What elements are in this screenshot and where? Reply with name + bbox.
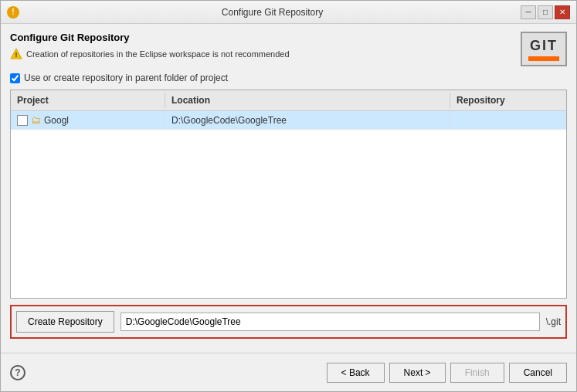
main-content: Configure Git Repository ! Creation of r… <box>1 24 576 346</box>
header-left: Configure Git Repository ! Creation of r… <box>10 32 513 60</box>
git-logo-text: GIT <box>530 38 558 54</box>
close-button[interactable]: ✕ <box>555 5 570 19</box>
repo-path-input[interactable] <box>120 313 540 331</box>
footer-buttons: < Back Next > Finish Cancel <box>327 363 567 383</box>
footer: ? < Back Next > Finish Cancel <box>1 353 576 391</box>
warning-row: ! Creation of repositories in the Eclips… <box>10 48 513 60</box>
use-parent-folder-checkbox[interactable] <box>10 73 20 83</box>
project-table: Project Location Repository 🗂 Googl D:\G… <box>10 90 567 299</box>
title-bar-icon: ! <box>7 6 19 19</box>
cell-repository <box>450 111 566 129</box>
next-button[interactable]: Next > <box>389 363 446 383</box>
table-header: Project Location Repository <box>11 90 566 111</box>
folder-icon: 🗂 <box>31 114 41 126</box>
page-title: Configure Git Repository <box>10 32 513 43</box>
git-suffix: \.git <box>546 316 561 327</box>
create-repository-section: Create Repository \.git <box>10 305 567 339</box>
git-logo: GIT <box>521 32 567 66</box>
window-title: Configure Git Repository <box>24 7 521 18</box>
minimize-button[interactable]: ─ <box>521 5 536 19</box>
main-window: ! Configure Git Repository ─ □ ✕ Configu… <box>0 0 577 392</box>
cancel-button[interactable]: Cancel <box>509 363 567 383</box>
column-header-location: Location <box>165 93 450 108</box>
table-body: 🗂 Googl D:\GoogleCode\GoogleTree <box>11 111 566 298</box>
warning-text: Creation of repositories in the Eclipse … <box>26 49 290 59</box>
cell-project: 🗂 Googl <box>11 111 165 129</box>
header-section: Configure Git Repository ! Creation of r… <box>10 32 567 66</box>
create-repository-button[interactable]: Create Repository <box>16 311 114 333</box>
help-icon[interactable]: ? <box>10 365 25 380</box>
title-bar: ! Configure Git Repository ─ □ ✕ <box>1 1 576 24</box>
warning-icon: ! <box>10 48 22 60</box>
restore-button[interactable]: □ <box>538 5 553 19</box>
footer-left: ? <box>10 365 25 380</box>
use-parent-folder-label: Use or create repository in parent folde… <box>24 73 228 83</box>
cell-location: D:\GoogleCode\GoogleTree <box>165 111 450 129</box>
svg-text:!: ! <box>15 51 18 59</box>
column-header-repository: Repository <box>450 93 566 108</box>
finish-button[interactable]: Finish <box>450 363 504 383</box>
checkbox-row: Use or create repository in parent folde… <box>10 73 567 83</box>
table-row[interactable]: 🗂 Googl D:\GoogleCode\GoogleTree <box>11 111 566 130</box>
back-button[interactable]: < Back <box>327 363 385 383</box>
window-controls: ─ □ ✕ <box>521 5 570 19</box>
project-checkbox-icon <box>17 115 28 126</box>
git-logo-bar <box>528 56 559 61</box>
column-header-project: Project <box>11 93 165 108</box>
